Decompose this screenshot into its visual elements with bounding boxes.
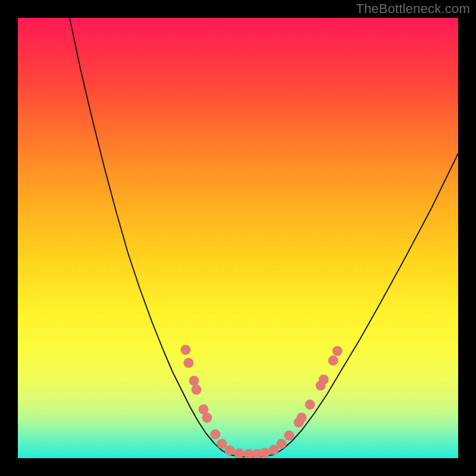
plot-area — [18, 18, 458, 458]
data-dot — [319, 375, 329, 385]
data-dot — [181, 345, 191, 355]
data-dot — [202, 413, 212, 423]
bottleneck-curve — [70, 18, 458, 457]
data-dot — [225, 446, 235, 456]
data-dot — [284, 431, 295, 441]
watermark-text: TheBottleneck.com — [356, 1, 470, 17]
data-dot — [333, 346, 343, 356]
data-dot — [305, 400, 315, 410]
data-dot — [277, 439, 287, 449]
data-dot — [260, 448, 270, 458]
curve-path — [70, 18, 458, 457]
data-dot — [234, 449, 245, 459]
data-dot — [192, 385, 202, 395]
data-dot — [184, 358, 194, 368]
data-dot — [211, 430, 221, 440]
data-dots — [181, 345, 343, 459]
chart-overlay — [18, 18, 458, 458]
data-dot — [189, 376, 199, 386]
data-dot — [297, 413, 307, 423]
data-dot — [217, 439, 227, 449]
data-dot — [328, 356, 339, 366]
chart-frame: TheBottleneck.com — [0, 0, 476, 476]
